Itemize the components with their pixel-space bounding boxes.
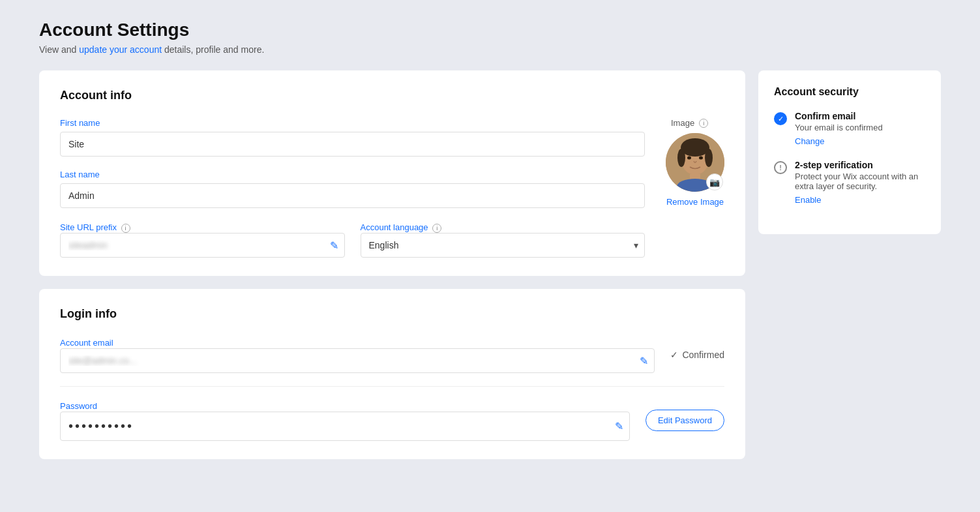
image-label-text: Image [671, 118, 694, 128]
password-input[interactable] [60, 412, 630, 441]
email-input-wrapper: ✎ [60, 348, 655, 373]
remove-image-link[interactable]: Remove Image [666, 197, 724, 207]
two-step-warn-icon: ! [774, 161, 787, 174]
two-step-content: 2-step verification Protect your Wix acc… [795, 160, 925, 205]
confirm-email-change-link[interactable]: Change [795, 136, 825, 146]
first-name-label: First name [60, 118, 645, 128]
confirm-email-item: ✓ Confirm email Your email is confirmed … [774, 111, 925, 147]
last-name-input[interactable] [60, 183, 645, 208]
password-input-wrapper: ✎ [60, 412, 630, 441]
account-language-select[interactable]: English [361, 233, 646, 258]
confirmed-badge: ✓ Confirmed [670, 350, 724, 360]
site-url-input[interactable] [60, 233, 345, 258]
account-security-card: Account security ✓ Confirm email Your em… [758, 70, 941, 234]
site-url-group: Site URL prefix i ✎ [60, 221, 345, 258]
two-step-title: 2-step verification [795, 160, 925, 170]
main-column: Account info First name Last name [39, 70, 745, 459]
two-step-enable-link[interactable]: Enable [795, 195, 821, 205]
subtitle-link[interactable]: update your account [79, 44, 162, 55]
site-url-info-icon: i [121, 224, 130, 233]
image-label-row: Image i [671, 118, 708, 128]
confirmed-text: Confirmed [682, 350, 724, 360]
account-language-group: Account language i English ▾ [361, 221, 646, 258]
account-language-label: Account language i [361, 222, 442, 232]
login-info-card: Login info Account email ✎ ✓ Confirmed [39, 289, 745, 459]
two-step-desc: Protect your Wix account with an extra l… [795, 172, 925, 191]
password-edit-icon[interactable]: ✎ [615, 420, 623, 432]
email-label: Account email [60, 338, 113, 348]
first-name-input-wrapper [60, 132, 645, 157]
account-language-info-icon: i [432, 224, 441, 233]
login-form-section: Account email ✎ ✓ Confirmed Password [60, 337, 724, 441]
last-name-group: Last name [60, 170, 645, 208]
account-info-grid: First name Last name [60, 118, 724, 258]
password-label: Password [60, 401, 97, 411]
email-input[interactable] [60, 348, 655, 373]
svg-point-4 [705, 149, 713, 167]
image-info-icon: i [699, 119, 708, 128]
side-column: Account security ✓ Confirm email Your em… [758, 70, 941, 234]
page-title: Account Settings [39, 20, 941, 40]
first-name-input[interactable] [60, 132, 645, 157]
confirm-email-title: Confirm email [795, 111, 883, 121]
account-info-fields: First name Last name [60, 118, 645, 258]
email-field-group: Account email ✎ [60, 337, 655, 373]
two-step-item: ! 2-step verification Protect your Wix a… [774, 160, 925, 205]
account-language-select-wrapper: English ▾ [361, 233, 646, 258]
camera-button[interactable]: 📷 [706, 173, 723, 190]
url-language-row: Site URL prefix i ✎ Account language [60, 221, 645, 258]
layout: Account info First name Last name [39, 70, 941, 459]
camera-icon: 📷 [709, 177, 720, 187]
edit-password-button[interactable]: Edit Password [646, 410, 724, 431]
site-url-label: Site URL prefix i [60, 222, 130, 232]
svg-point-2 [681, 138, 709, 157]
email-edit-icon[interactable]: ✎ [640, 355, 648, 367]
page-subtitle: View and update your account details, pr… [39, 44, 941, 55]
confirm-email-desc: Your email is confirmed [795, 123, 883, 132]
svg-point-6 [699, 157, 703, 160]
first-name-group: First name [60, 118, 645, 157]
image-section: Image i [666, 118, 724, 207]
email-row: Account email ✎ ✓ Confirmed [60, 337, 724, 387]
account-security-title: Account security [774, 86, 925, 98]
last-name-input-wrapper [60, 183, 645, 208]
confirm-email-content: Confirm email Your email is confirmed Ch… [795, 111, 883, 147]
site-url-input-wrapper: ✎ [60, 233, 345, 258]
account-info-title: Account info [60, 89, 724, 102]
last-name-label: Last name [60, 170, 645, 179]
account-info-card: Account info First name Last name [39, 70, 745, 276]
confirm-email-check-icon: ✓ [774, 112, 787, 125]
site-url-edit-icon[interactable]: ✎ [330, 239, 338, 252]
password-field-group: Password ✎ [60, 400, 630, 441]
svg-point-3 [677, 149, 685, 167]
svg-point-5 [687, 157, 691, 160]
confirmed-check-icon: ✓ [670, 350, 678, 360]
password-row: Password ✎ Edit Password [60, 400, 724, 441]
login-info-title: Login info [60, 307, 724, 321]
avatar-wrapper: 📷 [666, 133, 724, 192]
